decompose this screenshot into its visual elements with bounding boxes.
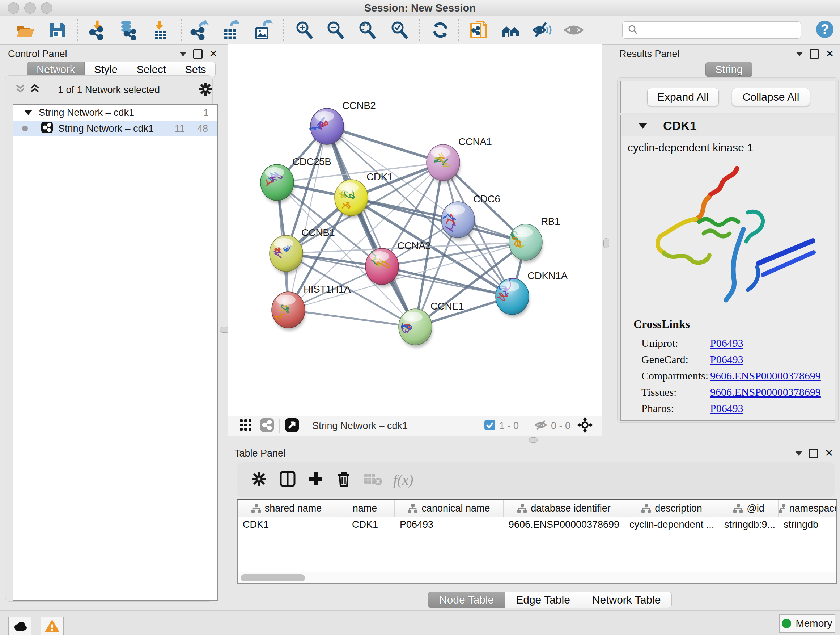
- table-cell[interactable]: P06493: [395, 516, 504, 532]
- open-session-icon[interactable]: [15, 20, 35, 40]
- network-graph[interactable]: CCNB2CCNA1CDC25BCDK1CDC6RB1CCNB1CCNA2CDK…: [228, 44, 602, 416]
- cloud-button[interactable]: [8, 616, 32, 635]
- export-network-icon[interactable]: [189, 20, 210, 40]
- show-columns-icon[interactable]: [279, 471, 295, 488]
- node-label: CDK1: [366, 171, 393, 182]
- search-input[interactable]: [641, 24, 801, 36]
- import-database-icon[interactable]: [118, 20, 139, 40]
- help-icon[interactable]: ?: [815, 19, 835, 40]
- column-header[interactable]: shared name: [238, 500, 335, 516]
- network-node[interactable]: CCNA1: [426, 136, 492, 183]
- network-node[interactable]: RB1: [509, 216, 560, 263]
- column-header[interactable]: canonical name: [395, 500, 504, 516]
- table-horizontal-scrollbar[interactable]: [238, 572, 836, 583]
- toolbar-divider: [419, 19, 420, 41]
- column-header[interactable]: @id: [719, 500, 778, 516]
- birds-eye-view-icon[interactable]: [285, 418, 299, 434]
- network-node[interactable]: HIST1H1A: [272, 283, 351, 331]
- tab-edge-table[interactable]: Edge Table: [505, 592, 581, 608]
- show-eye-icon[interactable]: [564, 20, 584, 40]
- network-edge[interactable]: [382, 266, 512, 296]
- network-node[interactable]: CCNB1: [270, 227, 335, 274]
- column-type-icon: [408, 504, 418, 513]
- table-cell[interactable]: stringdb: [778, 516, 837, 532]
- network-node[interactable]: CCNE1: [399, 301, 464, 348]
- panel-menu-icon[interactable]: [795, 451, 802, 456]
- network-status-dot-icon: [22, 126, 28, 131]
- zoom-fit-icon[interactable]: [357, 20, 377, 40]
- toolbar-divider: [181, 19, 182, 41]
- network-edge[interactable]: [327, 126, 415, 327]
- network-edge[interactable]: [288, 310, 415, 327]
- network-label: String Network – cdk1: [58, 123, 154, 134]
- panel-menu-icon[interactable]: [180, 52, 187, 57]
- section-expander-icon[interactable]: [638, 123, 647, 128]
- network-list-options-gear-icon[interactable]: [199, 82, 212, 97]
- memory-button[interactable]: Memory: [779, 614, 835, 633]
- column-header[interactable]: name: [335, 500, 395, 516]
- collection-expander-icon[interactable]: [24, 110, 32, 115]
- selected-checkbox-icon[interactable]: [484, 419, 496, 432]
- panel-close-icon[interactable]: ✕: [209, 50, 218, 57]
- search-field[interactable]: [622, 21, 801, 39]
- import-table-icon[interactable]: [150, 20, 171, 40]
- crosslink-link[interactable]: P06493: [710, 353, 744, 366]
- table-cell[interactable]: stringdb:9...: [719, 516, 778, 532]
- hide-selected-eye-slash-icon[interactable]: [532, 20, 553, 40]
- warning-button[interactable]: [41, 616, 64, 635]
- status-bar: Memory: [0, 610, 840, 635]
- tab-network-table[interactable]: Network Table: [581, 592, 672, 608]
- network-node[interactable]: CDKN1A: [496, 270, 568, 317]
- panel-float-icon[interactable]: [810, 49, 819, 59]
- show-grid-icon[interactable]: [240, 419, 252, 432]
- protein-section-header[interactable]: CDK1: [621, 116, 835, 136]
- hidden-eye-slash-icon[interactable]: [534, 419, 547, 432]
- crosslink-link[interactable]: P06493: [710, 402, 744, 415]
- delete-column-icon[interactable]: [336, 470, 351, 489]
- zoom-selected-icon[interactable]: [389, 20, 409, 40]
- collection-label: String Network – cdk1: [39, 107, 134, 119]
- export-table-icon[interactable]: [220, 20, 240, 40]
- crosslink-link[interactable]: P06493: [710, 337, 744, 349]
- panel-close-icon[interactable]: ✕: [826, 50, 834, 57]
- crosslink-link[interactable]: 9606.ENSP00000378699: [710, 370, 821, 382]
- expand-all-button[interactable]: Expand All: [647, 88, 719, 106]
- export-image-icon[interactable]: [253, 20, 273, 40]
- node-label: CCNB2: [342, 100, 376, 111]
- panel-menu-icon[interactable]: [796, 52, 803, 57]
- panel-float-icon[interactable]: [809, 448, 818, 458]
- zoom-out-icon[interactable]: [325, 20, 345, 40]
- scrollbar-thumb[interactable]: [240, 574, 305, 581]
- table-cell[interactable]: 9606.ENSP00000378699: [504, 516, 624, 532]
- string-import-icon[interactable]: [468, 20, 488, 40]
- tab-node-table[interactable]: Node Table: [428, 592, 505, 608]
- column-header[interactable]: namespace: [778, 500, 837, 516]
- column-header[interactable]: database identifier: [504, 500, 624, 516]
- panel-close-icon[interactable]: ✕: [825, 450, 833, 457]
- collapse-all-button[interactable]: Collapse All: [732, 88, 810, 106]
- crosslink-link[interactable]: 9606.ENSP00000378699: [710, 386, 821, 398]
- panel-float-icon[interactable]: [193, 49, 202, 59]
- add-column-icon[interactable]: [308, 471, 324, 488]
- table-row[interactable]: CDK1CDK1P064939606.ENSP00000378699cyclin…: [238, 516, 836, 532]
- tab-string[interactable]: String: [706, 62, 752, 78]
- table-cell[interactable]: CDK1: [238, 516, 335, 532]
- network-row-selected[interactable]: String Network – cdk1 11 48: [13, 120, 218, 136]
- home-icon[interactable]: [500, 20, 521, 40]
- horizontal-splitter-handle[interactable]: [529, 437, 538, 443]
- fit-content-crosshair-icon[interactable]: [577, 417, 593, 434]
- network-share-icon[interactable]: [260, 418, 274, 434]
- refresh-icon[interactable]: [430, 20, 450, 40]
- network-edge[interactable]: [327, 126, 443, 163]
- network-canvas[interactable]: CCNB2CCNA1CDC25BCDK1CDC6RB1CCNB1CCNA2CDK…: [228, 44, 602, 416]
- save-session-icon[interactable]: [47, 20, 67, 40]
- column-header[interactable]: description: [624, 500, 719, 516]
- table-cell[interactable]: CDK1: [335, 516, 395, 532]
- table-options-gear-icon[interactable]: [251, 471, 267, 488]
- right-splitter-handle[interactable]: [603, 238, 609, 249]
- zoom-in-icon[interactable]: [294, 20, 314, 40]
- import-network-icon[interactable]: [88, 20, 108, 40]
- network-collection-row[interactable]: String Network – cdk1 1: [13, 105, 218, 120]
- table-cell[interactable]: cyclin-dependent ...: [624, 516, 719, 532]
- search-icon: [627, 24, 639, 36]
